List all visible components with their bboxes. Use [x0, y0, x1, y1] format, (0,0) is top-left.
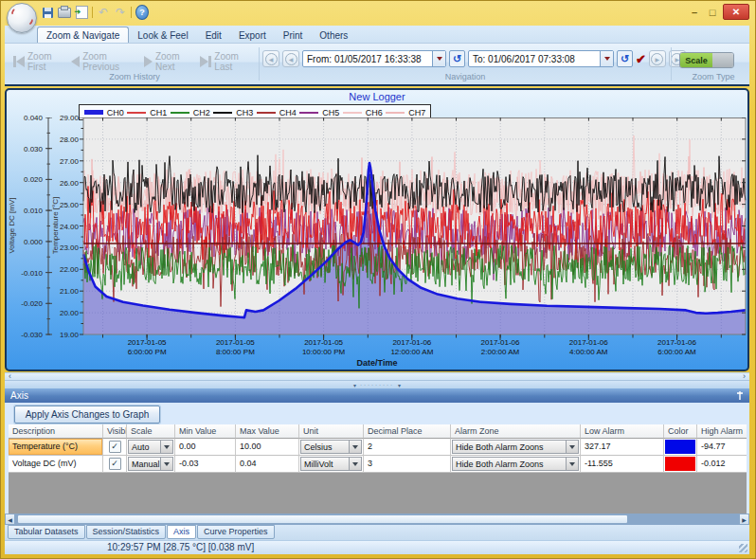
visible-checkbox[interactable]: ✓ — [103, 439, 127, 456]
description-cell[interactable]: Voltage DC (mV) — [9, 456, 103, 473]
zoom-previous-button[interactable]: Zoom Previous — [70, 49, 143, 74]
visible-checkbox[interactable]: ✓ — [103, 456, 127, 473]
zoom-last-icon — [200, 56, 211, 67]
print-icon[interactable] — [58, 7, 71, 19]
ribbon-tab-others[interactable]: Others — [311, 27, 356, 43]
scroll-right-icon[interactable]: ▶ — [739, 514, 749, 525]
unit-dropdown[interactable]: Celsius — [299, 439, 364, 456]
column-header-unit[interactable]: Unit — [299, 424, 364, 439]
panel-splitter[interactable]: ▾ ········· ▾ — [5, 381, 749, 388]
ribbon-tab-zoom-navigate[interactable]: Zoom & Navigate — [37, 27, 129, 43]
low-alarm-cell[interactable]: -11.555 — [581, 456, 664, 473]
pin-icon[interactable] — [736, 390, 744, 401]
to-datetime-field[interactable]: To: 01/06/2017 07:33:08 — [468, 50, 614, 67]
legend-swatch — [127, 112, 146, 114]
chevron-down-icon — [566, 441, 578, 453]
apply-axis-changes-button[interactable]: Apply Axis Changes to Graph — [14, 406, 160, 424]
legend-swatch — [84, 110, 103, 115]
legend-swatch — [343, 112, 362, 114]
column-header-min-value[interactable]: Min Value — [175, 424, 236, 439]
nav-skip-start-button[interactable]: ◀ — [262, 50, 279, 67]
scale-dropdown[interactable]: Manual — [127, 456, 175, 473]
plot-area[interactable] — [45, 117, 749, 342]
to-dropdown-button[interactable] — [600, 51, 613, 66]
x-tick-label: 2017-01-066:00:00 AM — [638, 338, 717, 357]
from-reset-icon[interactable]: ↺ — [449, 50, 465, 67]
zoom-next-button[interactable]: Zoom Next — [143, 49, 199, 74]
close-button[interactable]: ✕ — [723, 4, 749, 20]
min-value-cell[interactable]: -0.03 — [175, 456, 236, 473]
column-header-low-alarm[interactable]: Low Alarm — [581, 424, 664, 439]
high-alarm-cell[interactable]: -94.77 — [697, 439, 747, 456]
low-alarm-cell[interactable]: 327.17 — [581, 439, 664, 456]
column-header-high-alarm[interactable]: High Alarm — [697, 424, 747, 439]
min-value-cell[interactable]: 0.00 — [175, 439, 236, 456]
table-row: Voltage DC (mV) ✓ Manual -0.03 0.04 Mill… — [9, 456, 747, 473]
to-reset-icon[interactable]: ↺ — [617, 50, 633, 67]
column-header-alarm-zone[interactable]: Alarm Zone — [451, 424, 581, 439]
ribbon-tab-look-feel[interactable]: Look & Feel — [129, 27, 196, 43]
color-swatch[interactable] — [665, 440, 695, 454]
zoom-last-button[interactable]: Zoom Last — [199, 49, 257, 74]
scroll-left-icon[interactable]: ‹ — [9, 372, 11, 380]
help-icon[interactable]: ? — [135, 7, 149, 19]
color-swatch[interactable] — [665, 457, 695, 471]
column-header-scale[interactable]: Scale — [127, 424, 175, 439]
tab-axis[interactable]: Axis — [167, 525, 196, 539]
column-header-color[interactable]: Color — [664, 424, 697, 439]
save-icon[interactable] — [41, 7, 54, 19]
column-header-description[interactable]: Description — [9, 424, 103, 439]
splitter-arrow-icon: ▾ — [398, 382, 401, 388]
alarm-zone-dropdown[interactable]: Hide Both Alarm Zoons — [451, 439, 581, 456]
x-tick-label: 2017-01-062:00:00 AM — [460, 338, 540, 357]
undo-icon[interactable]: ↶ — [97, 7, 110, 19]
scrollbar-thumb[interactable] — [17, 514, 628, 524]
from-datetime-field[interactable]: From: 01/05/2017 16:33:38 — [302, 50, 446, 67]
table-horizontal-scrollbar[interactable]: ◀ ▶ — [5, 514, 749, 525]
ribbon-tab-print[interactable]: Print — [275, 27, 312, 43]
maximize-button[interactable]: □ — [705, 6, 720, 19]
column-header-max-value[interactable]: Max Value — [236, 424, 299, 439]
column-header-visible[interactable]: Visible — [103, 424, 127, 439]
color-cell[interactable] — [664, 456, 697, 473]
tab-tabular-datasets[interactable]: Tabular Datasets — [8, 525, 85, 539]
decimal-place-cell[interactable]: 2 — [364, 439, 451, 456]
zoom-first-button[interactable]: Zoom First — [12, 49, 70, 74]
nav-step-forward-button[interactable]: ▶ — [649, 50, 666, 67]
ribbon-tab-export[interactable]: Export — [230, 27, 275, 43]
x-tick-label: 2017-01-0612:00:00 AM — [372, 338, 452, 357]
resize-grip[interactable] — [739, 544, 747, 552]
axis-panel-title: Axis — [10, 390, 28, 401]
max-value-cell[interactable]: 0.04 — [236, 456, 299, 473]
decimal-place-cell[interactable]: 3 — [364, 456, 451, 473]
axis-table: DescriptionVisibleScaleMin ValueMax Valu… — [9, 424, 747, 473]
scroll-right-icon[interactable]: › — [743, 372, 746, 380]
tab-curve-properties[interactable]: Curve Properties — [197, 525, 275, 539]
voltage-tick-label: 0.000 — [14, 238, 43, 246]
chart-horizontal-scrollbar[interactable]: ‹ › — [5, 372, 749, 381]
tab-session-statistics[interactable]: Session/Statistics — [86, 525, 167, 539]
zoom-type-scale-toggle[interactable]: Scale — [679, 52, 734, 68]
orb-stitch-decoration — [20, 13, 34, 27]
export-icon[interactable] — [75, 7, 88, 19]
ribbon-tab-edit[interactable]: Edit — [197, 27, 230, 43]
color-cell[interactable] — [664, 439, 697, 456]
description-cell[interactable]: Temperature (°C) — [9, 439, 103, 456]
legend-label: CH3 — [236, 108, 253, 117]
column-header-decimal-place[interactable]: Decimal Place — [364, 424, 451, 439]
max-value-cell[interactable]: 10.00 — [236, 439, 299, 456]
x-tick-label: 2017-01-058:00:00 PM — [195, 338, 275, 357]
redo-icon[interactable]: ↷ — [114, 7, 127, 19]
splitter-grip: ········· — [360, 382, 394, 388]
alarm-zone-dropdown[interactable]: Hide Both Alarm Zoons — [451, 456, 581, 473]
nav-step-back-button[interactable]: ◀ — [282, 50, 299, 67]
unit-dropdown[interactable]: MilliVolt — [299, 456, 364, 473]
scale-dropdown[interactable]: Auto — [127, 439, 175, 456]
scroll-left-icon[interactable]: ◀ — [5, 514, 15, 525]
high-alarm-cell[interactable]: -0.012 — [697, 456, 747, 473]
application-orb-button[interactable] — [7, 3, 37, 33]
bottom-tab-strip: Tabular DatasetsSession/StatisticsAxisCu… — [5, 525, 749, 540]
from-dropdown-button[interactable] — [432, 51, 445, 66]
minimize-button[interactable]: – — [687, 6, 702, 19]
apply-range-check-icon[interactable]: ✔ — [636, 53, 646, 65]
